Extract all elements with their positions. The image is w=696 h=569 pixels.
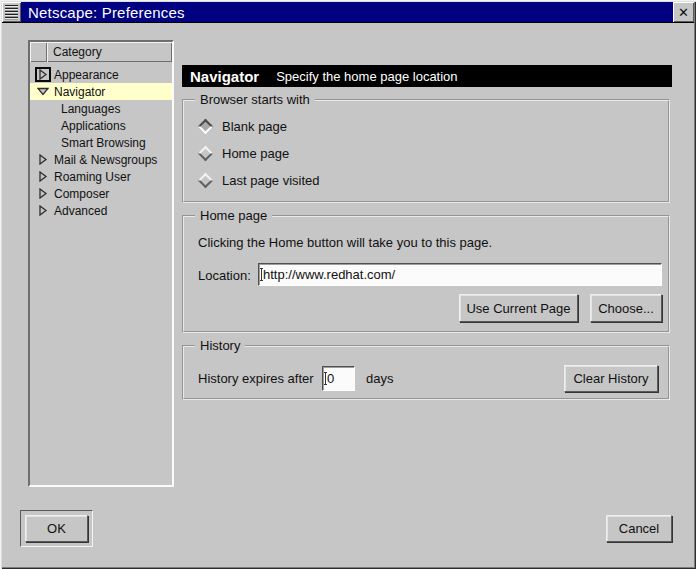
history-expires-label: History expires after [198,371,314,386]
sidebar-item-advanced[interactable]: Advanced [30,202,172,219]
radio-home-page[interactable]: Home page [200,144,289,162]
preferences-window: Netscape: Preferences ✕ Category Appeara… [0,0,696,569]
days-label: days [366,371,393,386]
sidebar-item-label: Appearance [54,68,119,82]
sidebar-item-applications[interactable]: Applications [30,117,172,134]
sidebar-item-label: Composer [54,187,109,201]
sidebar-item-mail-newsgroups[interactable]: Mail & Newsgroups [30,151,172,168]
window-title: Netscape: Preferences [21,2,673,22]
home-page-description: Clicking the Home button will take you t… [198,235,492,250]
collapsed-triangle-icon[interactable] [36,153,50,166]
tree-header-stub [30,42,47,62]
sidebar-item-roaming-user[interactable]: Roaming User [30,168,172,185]
tree: Appearance Navigator Languages Applicati… [30,62,172,219]
collapsed-triangle-icon[interactable] [36,187,50,200]
location-label: Location: [198,268,251,283]
radio-label: Home page [222,146,289,161]
group-legend: Browser starts with [195,92,315,107]
use-current-page-button[interactable]: Use Current Page [459,294,578,322]
section-title: Navigator [190,68,259,85]
text-caret [261,268,262,281]
sidebar-item-navigator[interactable]: Navigator [30,83,172,100]
sidebar-item-label: Roaming User [54,170,131,184]
radio-selected-icon[interactable] [198,118,214,134]
radio-blank-page[interactable]: Blank page [200,117,287,135]
sidebar-item-languages[interactable]: Languages [30,100,172,117]
section-header: Navigator Specify the home page location [182,65,672,87]
sidebar-item-appearance[interactable]: Appearance [30,66,172,83]
home-page-group: Home page Clicking the Home button will … [182,215,670,333]
cancel-button[interactable]: Cancel [606,515,672,542]
history-days-input[interactable]: 0 [322,366,355,391]
radio-unselected-icon[interactable] [198,172,214,188]
tree-header-label: Category [47,42,172,62]
choose-button[interactable]: Choose... [590,294,662,322]
category-tree: Category Appearance Navigator Languages … [28,40,174,487]
close-icon: ✕ [678,5,689,20]
sidebar-item-smart-browsing[interactable]: Smart Browsing [30,134,172,151]
collapsed-triangle-icon[interactable] [36,204,50,217]
window-menu-icon [5,5,18,20]
group-legend: Home page [195,208,272,223]
section-subtitle: Specify the home page location [276,69,457,84]
history-days-value: 0 [327,371,334,386]
window-menu-button[interactable] [2,2,21,22]
sidebar-item-label: Advanced [54,204,107,218]
close-button[interactable]: ✕ [673,2,694,22]
default-button-frame: OK [20,510,93,547]
collapsed-triangle-icon[interactable] [36,170,50,183]
sidebar-item-label: Navigator [54,85,105,99]
ok-button[interactable]: OK [25,515,88,542]
collapsed-triangle-icon[interactable] [36,68,50,81]
location-value: http://www.redhat.com/ [263,267,395,282]
text-caret [325,372,326,385]
location-input[interactable]: http://www.redhat.com/ [258,263,662,286]
radio-last-page-visited[interactable]: Last page visited [200,171,320,189]
tree-header: Category [30,42,172,62]
expanded-triangle-icon[interactable] [36,85,50,98]
sidebar-item-label: Applications [30,119,126,133]
clear-history-button[interactable]: Clear History [564,365,658,392]
group-legend: History [195,338,245,353]
sidebar-item-label: Mail & Newsgroups [54,153,157,167]
radio-label: Blank page [222,119,287,134]
radio-unselected-icon[interactable] [198,145,214,161]
sidebar-item-composer[interactable]: Composer [30,185,172,202]
sidebar-item-label: Languages [30,102,120,116]
radio-label: Last page visited [222,173,320,188]
titlebar: Netscape: Preferences ✕ [2,2,694,23]
history-group: History History expires after 0 days Cle… [182,345,670,400]
browser-starts-group: Browser starts with Blank page Home page… [182,99,670,203]
sidebar-item-label: Smart Browsing [30,136,146,150]
